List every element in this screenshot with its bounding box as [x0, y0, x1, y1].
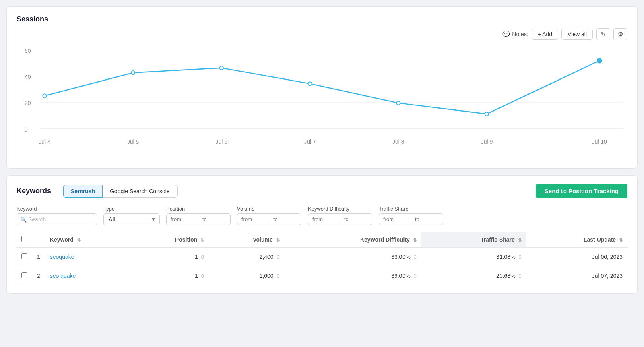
position-to-input[interactable]: [198, 213, 231, 225]
traffic-share-col-label: Traffic Share: [481, 236, 515, 243]
traffic-share-from-input[interactable]: [379, 213, 411, 225]
position-from-input[interactable]: [166, 213, 198, 225]
keyword-search-input[interactable]: [17, 213, 97, 225]
row1-kd-cell: 33.00% 0: [285, 248, 421, 266]
notes-text: Notes:: [512, 31, 528, 37]
sessions-chart: 60 40 20 0 Jul 4 Jul 5 Jul 6 Jul 7 Jul 8…: [17, 43, 627, 160]
x-label-jul6: Jul 6: [216, 138, 228, 145]
select-all-checkbox[interactable]: [21, 236, 27, 242]
keywords-header: Keywords Semrush Google Search Console S…: [17, 184, 627, 198]
kd-filter-group: Keyword Difficulty: [308, 206, 372, 225]
settings-button[interactable]: ⚙: [613, 28, 627, 40]
kd-filter-label: Keyword Difficulty: [308, 206, 372, 212]
row2-keyword-link[interactable]: seo quake: [50, 273, 76, 279]
x-label-jul4: Jul 4: [39, 138, 51, 145]
chart-point-jul6: [220, 66, 223, 70]
filters-row: Keyword 🔍 Type All Branded Non-branded ▼…: [17, 206, 627, 225]
row2-position-delta: 0: [201, 273, 204, 279]
volume-range-inputs: [237, 213, 301, 225]
row2-checkbox-cell: [17, 266, 32, 285]
kd-from-input[interactable]: [308, 213, 340, 225]
y-label-40: 40: [25, 74, 31, 80]
row2-position-cell: 1 0: [128, 266, 209, 285]
row1-keyword-cell: seoquake: [45, 248, 129, 266]
row2-volume-cell: 1,600 0: [209, 266, 285, 285]
traffic-share-filter-group: Traffic Share: [379, 206, 443, 225]
row1-ts-delta: 0: [518, 254, 521, 260]
row2-ts-delta: 0: [518, 273, 521, 279]
row2-traffic-share-cell: 20.68% 0: [421, 266, 526, 285]
row1-position-delta: 0: [201, 254, 204, 260]
kd-sort-icon: ⇅: [413, 238, 417, 243]
chart-line: [45, 61, 599, 114]
row1-checkbox-cell: [17, 248, 32, 266]
row1-traffic-share-cell: 31.08% 0: [421, 248, 526, 266]
chart-svg: 60 40 20 0 Jul 4 Jul 5 Jul 6 Jul 7 Jul 8…: [17, 43, 627, 160]
traffic-share-sort-icon: ⇅: [518, 238, 522, 243]
keywords-title: Keywords: [17, 187, 51, 195]
type-filter-label: Type: [103, 206, 160, 212]
row1-checkbox[interactable]: [21, 253, 27, 259]
row1-num: 1: [32, 248, 45, 266]
view-all-button[interactable]: View all: [561, 29, 593, 40]
volume-filter-group: Volume: [237, 206, 301, 225]
chart-point-jul9: [485, 112, 489, 116]
row1-kd: 33.00%: [391, 254, 410, 260]
row2-traffic-share: 20.68%: [496, 273, 515, 279]
row2-keyword-cell: seo quake: [45, 266, 129, 285]
last-update-col-label: Last Update: [584, 236, 616, 243]
position-filter-group: Position: [166, 206, 231, 225]
send-to-position-tracking-button[interactable]: Send to Position Tracking: [536, 184, 627, 198]
keyword-source-tabs: Semrush Google Search Console: [63, 185, 178, 198]
last-update-sort-icon: ⇅: [619, 238, 623, 243]
kd-col-label: Keyword Difficulty: [360, 236, 410, 243]
row1-last-update-cell: Jul 06, 2023: [526, 248, 627, 266]
x-label-jul5: Jul 5: [127, 138, 139, 145]
row2-kd: 39.00%: [391, 273, 410, 279]
last-update-col-header[interactable]: Last Update ⇅: [526, 232, 627, 248]
row2-last-update: Jul 07, 2023: [592, 273, 623, 279]
row1-traffic-share: 31.08%: [496, 254, 515, 260]
keywords-table-wrap: Keyword ⇅ Position ⇅ Volume ⇅ Keyword Di…: [17, 232, 627, 285]
type-select[interactable]: All Branded Non-branded: [103, 213, 160, 225]
y-label-0: 0: [25, 126, 28, 132]
position-sort-icon: ⇅: [200, 238, 204, 243]
row2-last-update-cell: Jul 07, 2023: [526, 266, 627, 285]
volume-to-input[interactable]: [269, 213, 301, 225]
row1-volume: 2,400: [260, 254, 274, 260]
kd-col-header[interactable]: Keyword Difficulty ⇅: [285, 232, 421, 248]
kd-range-inputs: [308, 213, 372, 225]
traffic-share-to-input[interactable]: [411, 213, 443, 225]
volume-from-input[interactable]: [237, 213, 269, 225]
row2-kd-cell: 39.00% 0: [285, 266, 421, 285]
type-select-wrap: All Branded Non-branded ▼: [103, 213, 160, 225]
x-label-jul7: Jul 7: [304, 138, 316, 145]
traffic-share-col-header[interactable]: Traffic Share ⇅: [421, 232, 526, 248]
table-header-row: Keyword ⇅ Position ⇅ Volume ⇅ Keyword Di…: [17, 232, 627, 248]
edit-notes-button[interactable]: ✎: [596, 28, 610, 40]
row1-keyword-link[interactable]: seoquake: [50, 254, 74, 260]
volume-sort-icon: ⇅: [276, 238, 280, 243]
row1-volume-cell: 2,400 0: [209, 248, 285, 266]
type-filter-group: Type All Branded Non-branded ▼: [103, 206, 160, 225]
notes-label: 💬 Notes:: [502, 31, 528, 38]
keyword-filter-group: Keyword 🔍: [17, 206, 97, 225]
num-col-header: [32, 232, 45, 248]
volume-col-header[interactable]: Volume ⇅: [209, 232, 285, 248]
chart-point-jul4: [43, 94, 46, 97]
tab-google-search-console[interactable]: Google Search Console: [102, 185, 178, 198]
add-note-button[interactable]: + Add: [532, 29, 558, 40]
chart-toolbar: 💬 Notes: + Add View all ✎ ⚙: [17, 28, 627, 40]
row1-last-update: Jul 06, 2023: [592, 254, 623, 260]
x-label-jul9: Jul 9: [481, 138, 493, 145]
position-col-header[interactable]: Position ⇅: [128, 232, 209, 248]
row2-checkbox[interactable]: [21, 272, 27, 278]
y-label-20: 20: [25, 100, 31, 106]
keyword-sort-icon: ⇅: [77, 238, 80, 243]
keywords-header-left: Keywords Semrush Google Search Console: [17, 185, 178, 198]
keyword-col-header[interactable]: Keyword ⇅: [45, 232, 129, 248]
keyword-filter-label: Keyword: [17, 206, 97, 212]
row2-num: 2: [32, 266, 45, 285]
tab-semrush[interactable]: Semrush: [63, 185, 103, 198]
kd-to-input[interactable]: [340, 213, 372, 225]
